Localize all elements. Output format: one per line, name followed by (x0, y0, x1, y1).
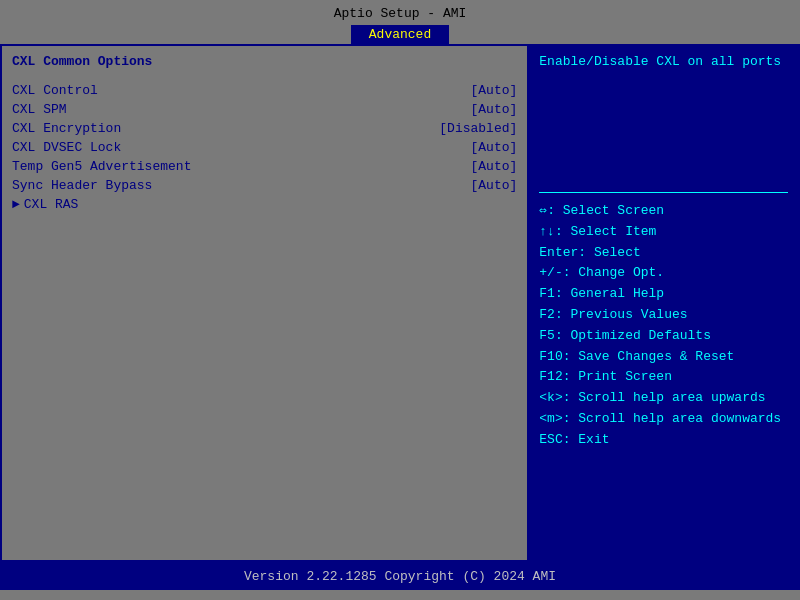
key-help-item: +/-: Change Opt. (539, 263, 788, 284)
submenu-arrow: ► (12, 197, 20, 212)
key-help-item: F10: Save Changes & Reset (539, 347, 788, 368)
key-help-item: F5: Optimized Defaults (539, 326, 788, 347)
tab-advanced[interactable]: Advanced (351, 25, 449, 44)
help-text: Enable/Disable CXL on all ports (539, 54, 788, 174)
key-help-item: F12: Print Screen (539, 367, 788, 388)
title-bar: Aptio Setup - AMI (0, 0, 800, 21)
footer-text: Version 2.22.1285 Copyright (C) 2024 AMI (244, 569, 556, 584)
menu-item-value: [Auto] (471, 159, 518, 174)
key-help-item: <m>: Scroll help area downwards (539, 409, 788, 430)
main-content: CXL Common Options CXL Control[Auto]CXL … (0, 44, 800, 562)
menu-item-label: CXL Encryption (12, 121, 121, 136)
menu-items-container: CXL Control[Auto]CXL SPM[Auto]CXL Encryp… (12, 81, 517, 214)
right-panel: Enable/Disable CXL on all ports ⇔: Selec… (529, 46, 798, 560)
section-title: CXL Common Options (12, 54, 517, 69)
menu-item-value: [Auto] (471, 178, 518, 193)
menu-item-value: [Disabled] (439, 121, 517, 136)
menu-item-label: CXL RAS (24, 197, 79, 212)
key-help-item: ESC: Exit (539, 430, 788, 451)
key-help: ⇔: Select Screen↑↓: Select ItemEnter: Se… (539, 201, 788, 451)
menu-item-label: CXL DVSEC Lock (12, 140, 121, 155)
key-help-item: ↑↓: Select Item (539, 222, 788, 243)
key-help-item: <k>: Scroll help area upwards (539, 388, 788, 409)
key-help-item: Enter: Select (539, 243, 788, 264)
menu-item-label: Temp Gen5 Advertisement (12, 159, 191, 174)
menu-item-label: CXL SPM (12, 102, 67, 117)
menu-item[interactable]: CXL Encryption[Disabled] (12, 119, 517, 138)
menu-item-value: [Auto] (471, 102, 518, 117)
key-help-item: F2: Previous Values (539, 305, 788, 326)
menu-item[interactable]: Temp Gen5 Advertisement[Auto] (12, 157, 517, 176)
menu-item-label: Sync Header Bypass (12, 178, 152, 193)
key-help-item: F1: General Help (539, 284, 788, 305)
menu-item-label: CXL Control (12, 83, 98, 98)
app-title: Aptio Setup - AMI (334, 6, 467, 21)
tab-row: Advanced (0, 21, 800, 44)
menu-item-value: [Auto] (471, 140, 518, 155)
divider (539, 192, 788, 193)
key-help-item: ⇔: Select Screen (539, 201, 788, 222)
tab-advanced-label: Advanced (369, 27, 431, 42)
left-panel: CXL Common Options CXL Control[Auto]CXL … (2, 46, 529, 560)
menu-item-value: [Auto] (471, 83, 518, 98)
menu-item[interactable]: CXL SPM[Auto] (12, 100, 517, 119)
menu-item[interactable]: Sync Header Bypass[Auto] (12, 176, 517, 195)
menu-item[interactable]: CXL Control[Auto] (12, 81, 517, 100)
menu-item[interactable]: ►CXL RAS (12, 195, 517, 214)
menu-item[interactable]: CXL DVSEC Lock[Auto] (12, 138, 517, 157)
footer: Version 2.22.1285 Copyright (C) 2024 AMI (0, 562, 800, 590)
